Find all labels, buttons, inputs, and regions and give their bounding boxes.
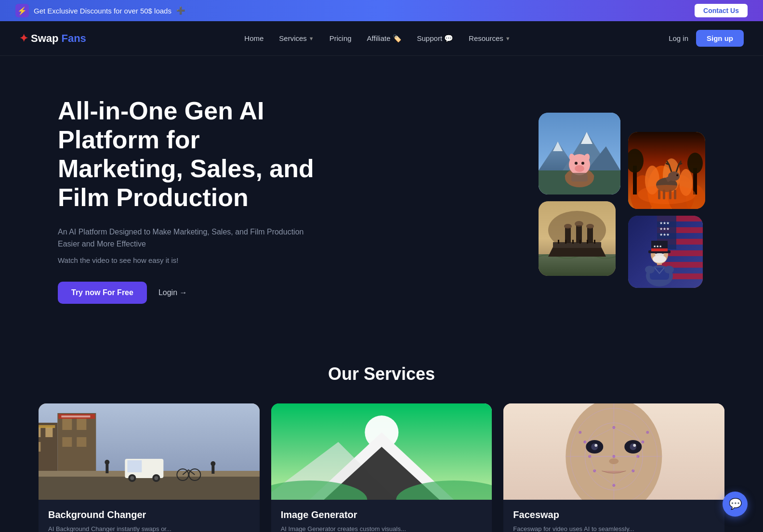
svg-point-146 [633, 444, 636, 447]
affiliate-emoji: 🏷️ [393, 34, 402, 43]
hero-image-ship [539, 201, 616, 276]
nav-actions: Log in Sign up [669, 30, 744, 47]
svg-point-26 [586, 224, 594, 229]
faceswap-image [503, 403, 724, 500]
image-gen-body: Image Generator AI Image Generator creat… [271, 500, 492, 532]
svg-rect-87 [62, 418, 72, 430]
nav-links: Home Services ▼ Pricing Affiliate 🏷️ Sup… [244, 34, 510, 43]
uncle-sam-svg: ★★★ ★★★ ★★★ [628, 216, 703, 288]
svg-rect-84 [39, 442, 40, 452]
svg-rect-105 [211, 465, 214, 474]
svg-rect-29 [572, 240, 574, 244]
contact-us-button[interactable]: Contact Us [695, 4, 748, 17]
hero-section: All-in-One Gen AI Platform for Marketing… [0, 56, 763, 335]
hero-col-2: ★★★ ★★★ ★★★ [628, 132, 705, 288]
navbar: ✦ SwapFans Home Services ▼ Pricing Affil… [0, 21, 763, 56]
svg-point-99 [130, 476, 134, 480]
svg-point-100 [154, 476, 158, 480]
resources-chevron: ▼ [505, 36, 511, 41]
faceswap-body: Faceswap Faceswap for video uses AI to s… [503, 500, 724, 532]
try-now-button[interactable]: Try now For Free [58, 282, 147, 304]
ship-svg [539, 201, 616, 276]
image-gen-svg [271, 403, 492, 500]
svg-rect-28 [565, 240, 566, 244]
hero-image-pig [539, 113, 620, 195]
hero-title: All-in-One Gen AI Platform for Marketing… [58, 97, 328, 212]
services-chevron: ▼ [309, 36, 314, 41]
svg-rect-89 [62, 437, 72, 447]
service-card-bg-changer[interactable]: Background Changer AI Background Changer… [39, 403, 260, 532]
pig-warrior-svg [539, 113, 620, 195]
chat-button[interactable]: 💬 [723, 492, 748, 517]
svg-point-106 [210, 461, 215, 466]
banner-content: ⚡ Get Exclusive Discounts for over 50$ l… [15, 4, 185, 17]
svg-rect-93 [39, 476, 260, 500]
nav-affiliate[interactable]: Affiliate 🏷️ [367, 34, 402, 43]
hero-actions: Try now For Free Login → [58, 282, 328, 304]
hero-image-uncle-sam: ★★★ ★★★ ★★★ [628, 216, 703, 288]
svg-point-69 [645, 266, 655, 273]
hero-col-1 [539, 113, 620, 288]
svg-point-44 [687, 153, 703, 174]
svg-rect-32 [594, 240, 595, 244]
chat-icon: 💬 [729, 498, 742, 510]
login-button[interactable]: Log in [669, 34, 688, 42]
faceswap-title: Faceswap [513, 509, 715, 520]
banner-text: Get Exclusive Discounts for over 50$ loa… [34, 7, 171, 15]
nav-resources[interactable]: Resources ▼ [469, 34, 511, 42]
logo[interactable]: ✦ SwapFans [19, 32, 86, 45]
svg-rect-90 [77, 437, 86, 447]
svg-point-73 [653, 255, 666, 263]
svg-rect-78 [651, 248, 668, 251]
bg-changer-desc: AI Background Changer instantly swaps or… [48, 524, 250, 532]
hero-content: All-in-One Gen AI Platform for Marketing… [58, 97, 328, 303]
svg-text:★★★: ★★★ [659, 221, 670, 225]
svg-rect-96 [127, 460, 142, 472]
hero-login-button[interactable]: Login → [158, 288, 187, 297]
svg-rect-103 [105, 464, 108, 473]
svg-rect-27 [558, 240, 559, 244]
svg-rect-31 [587, 240, 588, 244]
faceswap-svg [503, 403, 724, 500]
signup-button[interactable]: Sign up [696, 30, 744, 47]
svg-point-104 [105, 460, 109, 465]
svg-point-24 [564, 224, 572, 229]
svg-point-9 [575, 165, 584, 172]
deer-fire-svg [628, 132, 705, 209]
services-grid: Background Changer AI Background Changer… [39, 403, 724, 532]
svg-point-11 [581, 162, 584, 165]
svg-point-51 [676, 174, 678, 176]
nav-services[interactable]: Services ▼ [279, 34, 314, 42]
top-banner: ⚡ Get Exclusive Discounts for over 50$ l… [0, 0, 763, 21]
logo-icon: ✦ [19, 32, 28, 45]
hero-image-deer [628, 132, 705, 209]
nav-pricing[interactable]: Pricing [329, 34, 352, 42]
support-emoji: 💬 [444, 34, 453, 43]
service-card-faceswap[interactable]: Faceswap Faceswap for video uses AI to s… [503, 403, 724, 532]
banner-icon: ⚡ [15, 4, 29, 17]
image-gen-image [271, 403, 492, 500]
services-section: Our Services [0, 335, 763, 532]
logo-swap: Swap [31, 32, 58, 45]
banner-emoji: ➕ [176, 6, 185, 15]
svg-rect-30 [579, 240, 581, 244]
svg-rect-92 [61, 415, 90, 417]
svg-rect-85 [39, 425, 55, 428]
svg-rect-22 [576, 225, 582, 243]
street-scene-svg [39, 403, 260, 500]
image-gen-title: Image Generator [281, 509, 483, 520]
svg-text:★★★: ★★★ [659, 233, 670, 237]
svg-point-25 [575, 221, 583, 227]
service-card-image-gen[interactable]: Image Generator AI Image Generator creat… [271, 403, 492, 532]
nav-support[interactable]: Support 💬 [417, 34, 454, 43]
svg-point-145 [595, 444, 598, 447]
svg-point-129 [579, 431, 582, 434]
image-gen-desc: AI Image Generator creates custom visual… [281, 524, 483, 532]
svg-rect-82 [39, 428, 40, 437]
faceswap-desc: Faceswap for video uses AI to seamlessly… [513, 524, 715, 532]
svg-text:★★★: ★★★ [653, 245, 662, 248]
svg-point-52 [638, 185, 696, 204]
hero-image-grid: ★★★ ★★★ ★★★ [539, 113, 705, 288]
nav-home[interactable]: Home [244, 34, 263, 42]
svg-point-70 [664, 266, 674, 273]
